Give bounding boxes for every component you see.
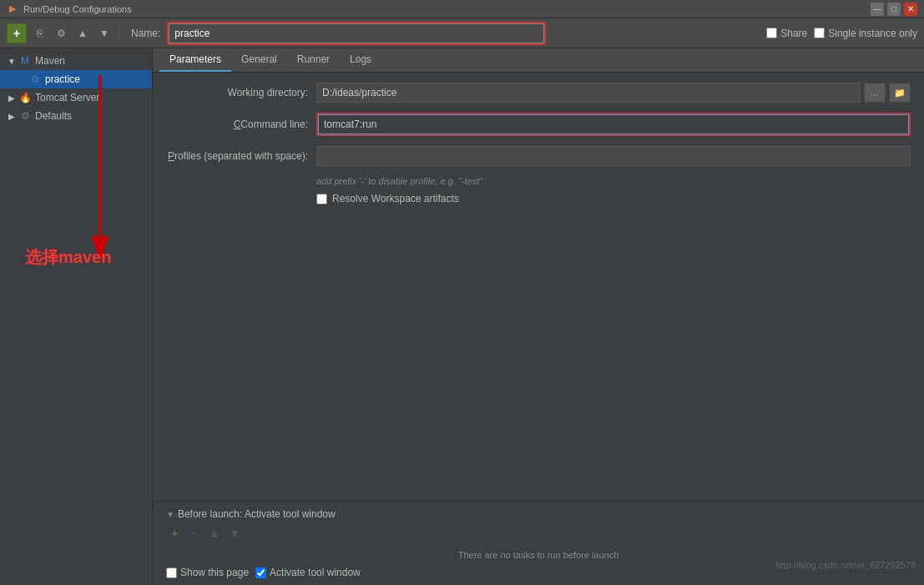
command-input-wrapper <box>316 113 911 136</box>
defaults-icon: ⚙ <box>18 109 32 123</box>
tomcat-icon: 🔥 <box>18 91 32 104</box>
sidebar-item-maven[interactable]: ▼ M Maven <box>0 52 152 70</box>
tab-general[interactable]: General <box>231 48 287 72</box>
move-down-button[interactable]: ▼ <box>95 24 114 43</box>
add-configuration-button[interactable]: + <box>7 23 27 43</box>
before-launch-arrow-icon[interactable]: ▼ <box>166 510 174 519</box>
maven-arrow-icon: ▼ <box>7 56 17 66</box>
single-instance-checkbox[interactable] <box>814 28 825 38</box>
working-directory-row: Working directory: … 📁 <box>166 83 911 103</box>
show-page-checkbox[interactable] <box>166 567 177 578</box>
no-tasks-message: There are no tasks to run before launch <box>166 547 911 563</box>
activate-tool-checkbox[interactable] <box>255 567 266 578</box>
name-input[interactable] <box>169 23 544 43</box>
command-line-input[interactable] <box>318 114 909 134</box>
launch-add-button[interactable]: + <box>166 525 183 542</box>
sidebar-item-practice[interactable]: ▶ ⚙ practice <box>0 70 152 88</box>
command-line-row: CCommand line: <box>166 113 911 136</box>
working-directory-browse-button[interactable]: … <box>864 83 886 103</box>
show-page-label[interactable]: Show this page <box>166 567 249 578</box>
profiles-hint: add prefix '-' to disable profile, e.g. … <box>316 176 911 186</box>
name-input-wrapper <box>167 22 546 45</box>
practice-icon: ⚙ <box>28 73 42 86</box>
share-label: Share <box>780 28 807 39</box>
copy-button[interactable]: ⎘ <box>30 24 48 43</box>
working-directory-input[interactable] <box>316 83 861 103</box>
close-button[interactable]: ✕ <box>904 3 917 16</box>
name-label: Name: <box>131 28 160 39</box>
command-line-label-underline: C <box>234 119 241 130</box>
sidebar-item-defaults[interactable]: ▶ ⚙ Defaults <box>0 107 152 125</box>
sidebar-item-tomcat[interactable]: ▶ 🔥 Tomcat Server <box>0 88 152 107</box>
profiles-input-group <box>316 146 911 166</box>
sidebar: ▼ M Maven ▶ ⚙ practice ▶ 🔥 Tomcat Server… <box>0 48 153 585</box>
move-up-button[interactable]: ▲ <box>73 24 92 43</box>
before-launch-label: Before launch: Activate tool window <box>178 508 336 520</box>
right-panel: Parameters General Runner Logs Working d… <box>153 48 924 585</box>
minimize-button[interactable]: — <box>871 3 884 16</box>
working-directory-label: Working directory: <box>166 87 316 98</box>
tomcat-label: Tomcat Server <box>35 92 99 103</box>
share-checkbox[interactable] <box>766 28 777 38</box>
before-launch-header: ▼ Before launch: Activate tool window <box>166 508 911 520</box>
launch-move-up-button[interactable]: ▲ <box>206 525 223 542</box>
launch-toolbar: + − ▲ ▼ <box>166 525 911 542</box>
working-directory-input-group: … 📁 <box>316 83 911 103</box>
profiles-underline: P <box>168 150 174 162</box>
title-bar: ▶ Run/Debug Configurations — □ ✕ <box>0 0 924 18</box>
bottom-section: ▼ Before launch: Activate tool window + … <box>153 501 924 585</box>
maven-label: Maven <box>35 55 65 67</box>
content-area: ▼ M Maven ▶ ⚙ practice ▶ 🔥 Tomcat Server… <box>0 48 924 585</box>
single-instance-checkbox-group[interactable]: Single instance only <box>814 28 917 39</box>
resolve-workspace-label: Resolve Workspace artifacts <box>332 193 459 204</box>
share-checkbox-group[interactable]: Share <box>766 28 807 39</box>
launch-move-down-button[interactable]: ▼ <box>226 525 243 542</box>
main-container: + ⎘ ⚙ ▲ ▼ Name: Share Single instance on… <box>0 18 924 585</box>
practice-label: practice <box>45 73 80 85</box>
defaults-label: Defaults <box>35 110 72 122</box>
right-options: Share Single instance only <box>766 28 917 39</box>
tab-runner[interactable]: Runner <box>287 48 340 72</box>
tabs-bar: Parameters General Runner Logs <box>153 48 924 73</box>
title-text: Run/Debug Configurations <box>23 4 871 14</box>
tomcat-arrow-icon: ▶ <box>7 93 17 103</box>
profiles-row: Profiles (separated with space): <box>166 146 911 166</box>
command-line-label: CCommand line: <box>166 119 316 130</box>
window-controls: — □ ✕ <box>871 3 917 16</box>
profiles-input[interactable] <box>316 146 911 166</box>
launch-remove-button[interactable]: − <box>186 525 203 542</box>
top-toolbar: + ⎘ ⚙ ▲ ▼ Name: Share Single instance on… <box>0 18 924 48</box>
maximize-button[interactable]: □ <box>887 3 901 16</box>
resolve-workspace-checkbox[interactable] <box>316 194 327 204</box>
settings-button[interactable]: ⚙ <box>52 24 70 43</box>
activate-tool-label[interactable]: Activate tool window <box>255 567 361 578</box>
maven-icon: M <box>18 54 32 68</box>
defaults-arrow-icon: ▶ <box>7 111 17 121</box>
show-page-row: Show this page Activate tool window <box>166 567 911 578</box>
single-instance-label: Single instance only <box>828 28 917 39</box>
separator <box>119 25 119 42</box>
form-area: Working directory: … 📁 CCommand line: <box>153 73 924 501</box>
tab-parameters[interactable]: Parameters <box>159 48 231 72</box>
working-directory-folder-button[interactable]: 📁 <box>889 83 911 103</box>
app-icon: ▶ <box>7 3 18 15</box>
profiles-label: Profiles (separated with space): <box>166 150 316 162</box>
tab-logs[interactable]: Logs <box>340 48 381 72</box>
resolve-workspace-row: Resolve Workspace artifacts <box>316 193 911 204</box>
